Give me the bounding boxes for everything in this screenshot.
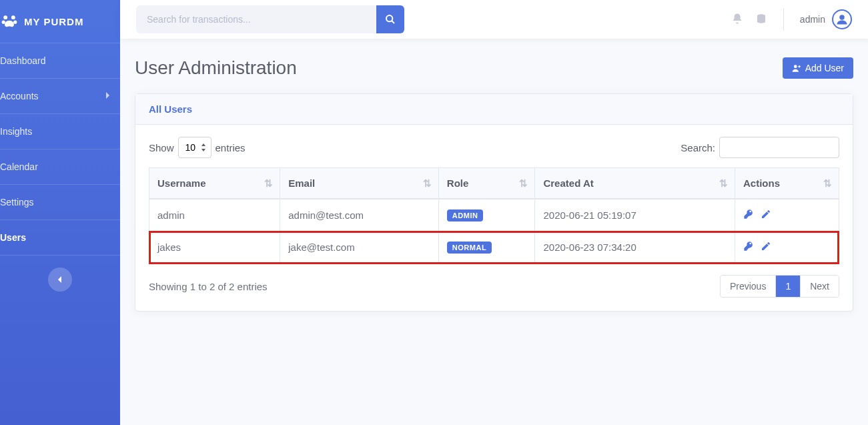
- bell-icon[interactable]: [731, 13, 743, 27]
- pagination-page-1[interactable]: 1: [776, 276, 801, 297]
- show-label: Show: [149, 142, 174, 153]
- svg-point-4: [386, 15, 392, 21]
- svg-point-1: [11, 15, 15, 19]
- topbar-right: admin: [731, 8, 852, 31]
- sidebar-item-label: Users: [0, 232, 26, 243]
- datatable-search-input[interactable]: [719, 137, 839, 158]
- pagination-next[interactable]: Next: [801, 276, 839, 297]
- svg-point-2: [2, 21, 5, 24]
- add-user-label: Add User: [805, 63, 844, 73]
- key-icon: [743, 210, 754, 222]
- cell-created-at: 2020-06-21 05:19:07: [535, 199, 735, 232]
- svg-point-8: [794, 65, 797, 68]
- paw-icon: [0, 12, 19, 31]
- add-user-button[interactable]: Add User: [783, 57, 853, 79]
- sidebar-item-accounts[interactable]: Accounts: [0, 79, 120, 114]
- sort-icon: ⇅: [519, 177, 528, 189]
- role-badge: NORMAL: [447, 242, 492, 254]
- cell-email: jake@test.com: [280, 232, 439, 264]
- sidebar-item-label: Dashboard: [0, 55, 46, 66]
- col-created-at[interactable]: Created At⇅: [535, 168, 735, 199]
- sort-icon: ⇅: [423, 177, 432, 189]
- username-label: admin: [800, 14, 825, 25]
- sidebar-item-label: Insights: [0, 126, 32, 137]
- search-button[interactable]: [376, 5, 404, 33]
- col-email[interactable]: Email⇅: [280, 168, 439, 199]
- main: admin User Administration Add User All U…: [120, 0, 868, 425]
- chevron-left-icon: [57, 276, 63, 284]
- search-input[interactable]: [136, 5, 376, 33]
- search-icon: [385, 14, 396, 25]
- entries-label: entries: [215, 142, 246, 153]
- sidebar-item-calendar[interactable]: Calendar: [0, 149, 120, 185]
- brand[interactable]: MY PURDM: [0, 0, 120, 43]
- sidebar-item-label: Calendar: [0, 161, 38, 172]
- length-control: Show 10 entries: [149, 137, 246, 158]
- sort-icon: ⇅: [719, 177, 728, 189]
- reset-password-button[interactable]: [743, 242, 754, 254]
- cell-email: admin@test.com: [280, 199, 439, 232]
- search-label: Search:: [681, 142, 715, 153]
- avatar: [832, 9, 852, 29]
- sidebar-item-insights[interactable]: Insights: [0, 114, 120, 149]
- edit-user-button[interactable]: [761, 242, 771, 254]
- cell-role: NORMAL: [439, 232, 536, 264]
- datatable-info: Showing 1 to 2 of 2 entries: [149, 281, 268, 292]
- page-title: User Administration: [135, 57, 297, 79]
- cell-actions: [735, 232, 839, 264]
- cell-username: jakes: [149, 232, 280, 264]
- topbar-divider: [783, 8, 784, 31]
- table-row: jakesjake@test.comNORMAL2020-06-23 07:34…: [149, 232, 839, 264]
- users-table: Username⇅ Email⇅ Role⇅ Created At⇅ Actio…: [149, 167, 839, 264]
- datatable-controls: Show 10 entries Search:: [149, 137, 839, 158]
- card-body: Show 10 entries Search: Username⇅: [135, 125, 853, 311]
- user-plus-icon: [792, 63, 801, 73]
- sidebar: MY PURDM Dashboard Accounts Insights Cal…: [0, 0, 120, 425]
- col-username[interactable]: Username⇅: [149, 168, 280, 199]
- pagination: Previous 1 Next: [720, 275, 839, 298]
- sidebar-item-label: Accounts: [0, 91, 39, 101]
- edit-icon: [761, 242, 771, 254]
- search-control: Search:: [681, 137, 839, 158]
- sidebar-item-settings[interactable]: Settings: [0, 185, 120, 220]
- user-icon: [836, 13, 848, 25]
- edit-user-button[interactable]: [761, 210, 771, 222]
- role-badge: ADMIN: [447, 209, 484, 222]
- sidebar-item-label: Settings: [0, 197, 34, 207]
- length-select[interactable]: 10: [178, 137, 211, 158]
- topbar: admin: [120, 0, 868, 39]
- svg-line-5: [392, 21, 394, 23]
- sidebar-collapse-wrap: [0, 256, 120, 304]
- user-menu[interactable]: admin: [800, 9, 852, 29]
- cell-username: admin: [149, 199, 280, 232]
- sort-icon: ⇅: [823, 177, 832, 189]
- datatable-footer: Showing 1 to 2 of 2 entries Previous 1 N…: [149, 275, 839, 298]
- sidebar-item-users[interactable]: Users: [0, 220, 120, 256]
- coins-icon[interactable]: [755, 13, 767, 27]
- page-header: User Administration Add User: [135, 57, 853, 79]
- card-title: All Users: [135, 94, 853, 125]
- col-actions[interactable]: Actions⇅: [735, 168, 839, 199]
- col-role[interactable]: Role⇅: [439, 168, 536, 199]
- svg-point-3: [13, 21, 17, 24]
- cell-actions: [735, 199, 839, 232]
- edit-icon: [761, 210, 771, 222]
- cell-created-at: 2020-06-23 07:34:20: [535, 232, 735, 264]
- search-form: [136, 5, 404, 33]
- sidebar-collapse-button[interactable]: [48, 268, 72, 292]
- key-icon: [743, 242, 754, 254]
- svg-point-0: [3, 15, 7, 19]
- sort-icon: ⇅: [264, 177, 273, 189]
- table-row: adminadmin@test.comADMIN2020-06-21 05:19…: [149, 199, 839, 232]
- content: User Administration Add User All Users S…: [120, 39, 868, 425]
- cell-role: ADMIN: [439, 199, 536, 232]
- sidebar-item-dashboard[interactable]: Dashboard: [0, 43, 120, 79]
- reset-password-button[interactable]: [743, 210, 754, 222]
- svg-point-7: [839, 15, 845, 20]
- pagination-previous[interactable]: Previous: [721, 276, 776, 297]
- users-card: All Users Show 10 entries Search:: [135, 93, 853, 312]
- chevron-right-icon: [105, 91, 111, 101]
- brand-text: MY PURDM: [24, 16, 83, 27]
